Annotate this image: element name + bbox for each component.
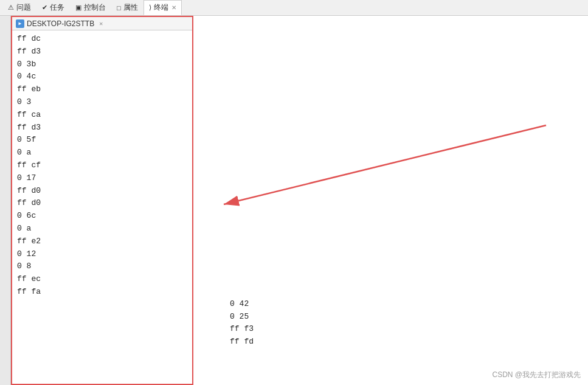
- tab-tasks-label: 任务: [50, 2, 64, 13]
- tab-properties[interactable]: □ 属性: [111, 0, 144, 15]
- tab-terminal-label: 终端: [154, 2, 168, 13]
- terminal-line: ff ec: [17, 273, 187, 286]
- terminal-line: 0 17: [17, 172, 187, 185]
- terminal-line: ff e2: [17, 235, 187, 248]
- terminal-line: ff d3: [17, 122, 187, 134]
- watermark: CSDN @我先去打把游戏先: [492, 370, 581, 380]
- terminal-tab-close[interactable]: ✕: [171, 4, 176, 11]
- properties-icon: □: [117, 4, 121, 12]
- tab-bar: ⚠ 问题 ✔ 任务 ▣ 控制台 □ 属性 ⟩ 终端 ✕: [0, 0, 588, 16]
- terminal-line: ff ca: [17, 109, 187, 122]
- tab-properties-label: 属性: [123, 2, 138, 13]
- terminal-icon: ⟩: [149, 4, 151, 12]
- problems-icon: ⚠: [8, 4, 14, 12]
- panel-title: DESKTOP-IG2STTB: [27, 19, 94, 28]
- panel-header: ▶ DESKTOP-IG2STTB ✕: [12, 17, 192, 30]
- terminal-line: 0 4c: [17, 71, 187, 83]
- bottom-terminal-lines: 0 420 25ff f3ff fd: [230, 298, 254, 349]
- terminal-line: ff d0: [17, 185, 187, 198]
- tab-terminal[interactable]: ⟩ 终端 ✕: [144, 0, 182, 15]
- terminal-line: 0 25: [230, 311, 254, 324]
- tasks-icon: ✔: [42, 4, 47, 12]
- content-row: ▶ DESKTOP-IG2STTB ✕ ff dcff d30 3b0 4cff…: [0, 16, 588, 385]
- terminal-line: 0 5f: [17, 134, 187, 147]
- terminal-line: ff d3: [17, 46, 187, 58]
- console-icon: ▣: [75, 4, 81, 12]
- terminal-line: 0 a: [17, 147, 187, 159]
- terminal-line: ff f3: [230, 323, 254, 336]
- terminal-line: 0 12: [17, 248, 187, 261]
- panel-close-button[interactable]: ✕: [99, 20, 103, 27]
- tab-problems[interactable]: ⚠ 问题: [2, 0, 36, 15]
- right-area: 0 420 25ff f3ff fd CSDN @我先去打把游戏先: [193, 16, 588, 385]
- svg-line-1: [224, 125, 546, 204]
- terminal-line: ff eb: [17, 83, 187, 96]
- terminal-line: 0 8: [17, 260, 187, 273]
- terminal-output[interactable]: ff dcff d30 3b0 4cff eb0 3ff caff d30 5f…: [12, 30, 192, 384]
- terminal-panel: ▶ DESKTOP-IG2STTB ✕ ff dcff d30 3b0 4cff…: [11, 16, 193, 385]
- terminal-line: ff cf: [17, 159, 187, 172]
- tab-console[interactable]: ▣ 控制台: [70, 0, 111, 15]
- connection-icon: ▶: [16, 19, 24, 28]
- terminal-line: 0 6c: [17, 210, 187, 223]
- terminal-line: ff fa: [17, 286, 187, 299]
- tab-tasks[interactable]: ✔ 任务: [36, 0, 70, 15]
- tab-console-label: 控制台: [84, 2, 106, 13]
- terminal-line: 0 3b: [17, 58, 187, 71]
- tab-problems-label: 问题: [16, 2, 31, 13]
- terminal-line: ff fd: [230, 336, 254, 349]
- terminal-line: ff d0: [17, 197, 187, 210]
- terminal-line: 0 a: [17, 223, 187, 235]
- main-content: ▶ DESKTOP-IG2STTB ✕ ff dcff d30 3b0 4cff…: [0, 16, 588, 385]
- terminal-line: 0 42: [230, 298, 254, 311]
- terminal-line: 0 3: [17, 96, 187, 109]
- left-gutter: [0, 16, 11, 385]
- terminal-line: ff dc: [17, 33, 187, 46]
